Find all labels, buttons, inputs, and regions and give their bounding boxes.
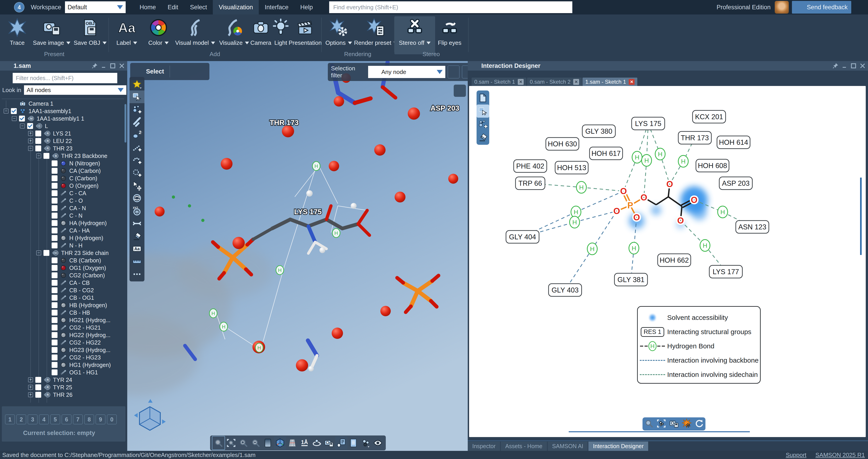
tool-move-icon[interactable]: [129, 179, 145, 192]
tree-expander[interactable]: +: [28, 392, 33, 397]
panel-tab-interaction-designer[interactable]: Interaction Designer: [588, 441, 648, 451]
pin-icon[interactable]: [832, 62, 839, 69]
tree-checkbox[interactable]: [52, 355, 58, 360]
tree-row[interactable]: +RTYR 24: [28, 376, 72, 384]
tree-node-label[interactable]: C - CA: [69, 190, 86, 197]
residue-label[interactable]: GLY 404: [506, 231, 539, 243]
lasso-select-icon[interactable]: [184, 66, 195, 77]
tree-expander[interactable]: −: [12, 116, 17, 121]
residue-label[interactable]: HOH 630: [546, 137, 579, 150]
residue-label[interactable]: LYS 175: [632, 117, 665, 130]
minimize-icon[interactable]: [841, 62, 848, 69]
tree-row[interactable]: H (Hydrogen): [44, 234, 103, 241]
tool-orbit-icon[interactable]: [311, 436, 323, 450]
residue-label[interactable]: GLY 403: [549, 284, 582, 296]
panel-tab-assets-home[interactable]: Assets - Home: [501, 441, 547, 451]
tree-row[interactable]: CB - OG1: [44, 294, 94, 301]
tool-zoom-icon[interactable]: [644, 419, 654, 429]
hydrogen-bond-node[interactable]: H: [655, 148, 665, 160]
tool-add-ring-icon[interactable]: [129, 166, 145, 179]
tree-node-label[interactable]: C (Carbon): [69, 175, 97, 182]
tool-add-fragment-icon[interactable]: [129, 154, 145, 166]
tree-checkbox[interactable]: [52, 168, 58, 174]
tree-node-label[interactable]: HG23 (Hydrog...: [69, 347, 111, 353]
tree-node-label[interactable]: Camera 1: [29, 100, 54, 107]
notifications-bell-icon[interactable]: [591, 2, 601, 12]
tool-notes-icon[interactable]: [335, 436, 347, 450]
tree-row[interactable]: −RTHR 23: [28, 145, 72, 152]
filter-box[interactable]: [13, 73, 117, 83]
tab-close-button[interactable]: ✕: [573, 79, 579, 85]
tool-select-cursor-icon[interactable]: [476, 104, 489, 118]
tree-checkbox[interactable]: [52, 212, 58, 219]
tree-checkbox[interactable]: [52, 332, 58, 338]
group-select-icon[interactable]: [172, 66, 184, 77]
tree-node-label[interactable]: TYR 24: [53, 376, 72, 383]
menu-help[interactable]: Help: [294, 0, 319, 14]
tab-close-button[interactable]: ✕: [629, 79, 634, 85]
atom-O[interactable]: O: [666, 179, 673, 189]
hotkey-button-4[interactable]: 4: [39, 415, 49, 424]
tree-node-label[interactable]: HG22 (Hydrog...: [69, 332, 111, 338]
residue-label[interactable]: TRP 66: [516, 177, 545, 190]
residue-label[interactable]: ASN 123: [736, 221, 769, 233]
tree-node-label[interactable]: LYS 21: [53, 130, 71, 137]
tree-node-label[interactable]: THR 23 Side chain: [61, 250, 109, 256]
menu-select[interactable]: Select: [184, 0, 213, 14]
tree-expander[interactable]: −: [4, 108, 9, 113]
tool-new-sketch-icon[interactable]: [476, 91, 489, 104]
tree-checkbox[interactable]: [35, 392, 41, 398]
tree-row[interactable]: CG2 (Carbon): [44, 272, 105, 279]
panel-tab-inspector[interactable]: Inspector: [468, 441, 500, 451]
search-input[interactable]: [333, 4, 556, 11]
tree-checkbox[interactable]: [27, 123, 33, 129]
residue-label[interactable]: HOH 614: [717, 136, 750, 149]
tree-node-label[interactable]: HG21 (Hydrog...: [69, 317, 111, 324]
tree-row[interactable]: C - N: [44, 212, 83, 219]
tree-node-label[interactable]: H (Hydrogen): [69, 235, 103, 241]
hotkey-button-2[interactable]: 2: [16, 415, 26, 424]
interaction-sidechain[interactable]: [581, 187, 623, 191]
tool-visibility-eye-icon[interactable]: [372, 436, 384, 450]
residue-label[interactable]: HOH 608: [696, 159, 729, 172]
tool-zoom-in-icon[interactable]: [237, 436, 249, 450]
hotkey-button-3[interactable]: 3: [28, 415, 38, 424]
tree-row[interactable]: CB - CG2: [44, 287, 94, 294]
atom-P[interactable]: P: [627, 201, 633, 210]
tool-snapshot-icon[interactable]: [323, 436, 335, 450]
tree-checkbox[interactable]: [52, 205, 58, 211]
copy-icon[interactable]: [3, 2, 13, 12]
tool-zoom-region-icon[interactable]: [225, 436, 237, 450]
ribbon-button-color[interactable]: Color: [138, 16, 179, 54]
region-select-button[interactable]: [454, 85, 466, 97]
selection-filter-dropdown[interactable]: Any node: [368, 66, 445, 78]
tree-row[interactable]: C - O: [44, 197, 83, 204]
tool-zoom-out-icon[interactable]: [249, 436, 262, 450]
residue-label[interactable]: GLY 381: [614, 273, 648, 286]
tree-checkbox[interactable]: [35, 131, 41, 136]
tree-row[interactable]: Camera 1: [4, 100, 54, 107]
tree-checkbox[interactable]: [52, 325, 58, 330]
tree-row[interactable]: CG2 - HG21: [44, 324, 101, 331]
tree-node-label[interactable]: THR 23 Backbone: [61, 153, 107, 159]
vertical-scrollbar[interactable]: [860, 177, 862, 255]
tree-node-label[interactable]: CB - CG2: [69, 287, 94, 294]
tree-row[interactable]: CB - HB: [44, 309, 90, 316]
molecular-scene[interactable]: HHHHHHTHR 173ASP 203LYS 175: [127, 61, 468, 451]
tree-node-label[interactable]: OG1 - HG1: [69, 369, 98, 376]
tool-background-icon[interactable]: [262, 436, 274, 450]
residue-label[interactable]: HOH 513: [555, 161, 588, 174]
water-oxygen-sphere[interactable]: [408, 107, 420, 120]
status-link-support[interactable]: Support: [786, 452, 806, 459]
water-oxygen-sphere[interactable]: [380, 306, 391, 316]
tree-checkbox[interactable]: [52, 287, 58, 293]
hotkey-button-8[interactable]: 8: [84, 415, 94, 424]
tree-node-label[interactable]: CB (Carbon): [69, 257, 101, 264]
residue-label[interactable]: ASP 203: [719, 177, 752, 190]
hydrogen-bond-node[interactable]: H: [577, 182, 586, 193]
save-icon[interactable]: [556, 62, 563, 70]
ribbon-button-flip-eyes[interactable]: Flip eyes: [429, 16, 470, 54]
tree-node-label[interactable]: N (Nitrogen): [69, 160, 100, 167]
tree-row[interactable]: C - CA: [44, 190, 86, 197]
tree-checkbox[interactable]: [52, 190, 58, 196]
